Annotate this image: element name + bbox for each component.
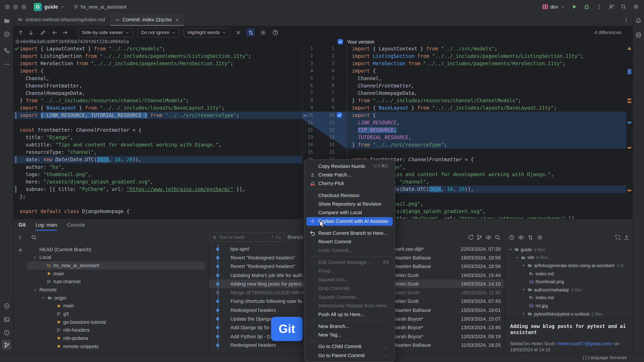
menu-item-checkout-revision[interactable]: Checkout Revision: [306, 191, 392, 200]
chevron-down-icon[interactable]: [32, 255, 38, 260]
branch-row-mb-qodana[interactable]: mb-qodana: [27, 334, 204, 342]
regex-toggle[interactable]: .*: [268, 235, 274, 240]
problems-tool-button[interactable]: [2, 328, 12, 337]
file-tree-row-index-md[interactable]: M↓index.md: [504, 294, 632, 302]
maximize-tool-window-button[interactable]: [615, 234, 621, 241]
menu-item-explain-commit-with-ai-assistant[interactable]: Explain Commit with AI Assistant: [306, 217, 392, 226]
branch-row-remote[interactable]: Remote: [27, 286, 204, 294]
project-selector[interactable]: G guide: [34, 3, 65, 11]
chevron-down-icon[interactable]: [508, 247, 513, 252]
menu-item-copy-revision-number[interactable]: Copy Revision Number⌥⇧⌘C: [306, 162, 392, 170]
tab-console[interactable]: Console: [67, 219, 85, 231]
notifications-button[interactable]: [634, 15, 644, 25]
menu-item-go-to-parent-commit[interactable]: Go to Parent Commit→: [306, 351, 392, 360]
debug-button[interactable]: [584, 4, 590, 10]
compare-button[interactable]: [527, 234, 534, 241]
hide-tool-window-button[interactable]: [624, 234, 630, 241]
branch-row-go-boostore-tutorial[interactable]: go-boostore-tutorial: [27, 318, 204, 326]
branch-filter[interactable]: Branch: [288, 234, 303, 240]
file-tree-row-site[interactable]: site6 files: [504, 253, 632, 261]
include-change-checkbox[interactable]: [337, 112, 342, 118]
log-search-field[interactable]: Text or hash .* Cc: [210, 233, 284, 242]
project-tool-button[interactable]: [2, 15, 12, 25]
chevron-down-icon[interactable]: [514, 255, 520, 260]
apply-change-chevrons-icon[interactable]: ≫: [303, 113, 308, 118]
refresh-log-button[interactable]: [468, 234, 474, 241]
go-to-hash-button[interactable]: [494, 234, 501, 241]
branch-selector[interactable]: hs_new_ai_assistant: [74, 4, 126, 9]
file-tree-row-ai-links-generate-tests-using-ai-assistant[interactable]: ai/links/generate-tests-using-ai-assista…: [504, 261, 632, 270]
menu-item-go-to-child-commit[interactable]: Go to Child Commit←: [306, 342, 392, 351]
whitespace-mode-dropdown[interactable]: Do not ignore: [137, 28, 180, 37]
chevron-down-icon[interactable]: [40, 296, 46, 300]
run-button[interactable]: [572, 4, 578, 10]
file-tree-row-mt-jpg[interactable]: mt.jpg: [504, 302, 632, 310]
branches-tree[interactable]: HEAD (Current Branch)Localhs_new_ai_assi…: [27, 244, 209, 354]
changed-files-tree[interactable]: guide6 filessite6 filesai/links/generate…: [504, 245, 632, 318]
branch-row-mb-headers[interactable]: mb-headers: [27, 326, 204, 334]
menu-item-compare-with-local[interactable]: Compare with Local: [306, 208, 392, 217]
chevron-down-icon[interactable]: [521, 263, 526, 268]
preview-diff-button[interactable]: [518, 234, 524, 241]
commit-author-email[interactable]: <helen.scott77@gmail.com>: [556, 341, 613, 346]
scroll-marker-strip[interactable]: [626, 45, 632, 219]
history-button[interactable]: [508, 234, 515, 241]
view-options-button[interactable]: [486, 234, 492, 241]
more-actions-button[interactable]: [596, 4, 602, 10]
branch-row-remote-snippets[interactable]: remote-snippets: [27, 342, 204, 350]
back-button[interactable]: [52, 29, 58, 35]
details-settings-button[interactable]: [537, 234, 543, 241]
branch-row-rust-channel[interactable]: rust-channel: [27, 278, 204, 286]
highlight-mode-dropdown[interactable]: Highlight words: [184, 28, 230, 37]
language-services-widget[interactable]: { } Language Services: [582, 355, 627, 360]
menu-item-show-repository-at-revision[interactable]: Show Repository at Revision: [306, 200, 392, 208]
match-case-toggle[interactable]: Cc: [276, 235, 281, 240]
branch-row-local[interactable]: Local: [27, 254, 204, 262]
code-with-me-button[interactable]: [608, 4, 614, 10]
close-icon[interactable]: ×: [176, 16, 178, 23]
menu-item-new-tag[interactable]: New Tag...: [306, 331, 392, 339]
structure-tool-button[interactable]: [2, 45, 12, 55]
include-all-checkbox[interactable]: [338, 39, 343, 44]
forward-button[interactable]: [62, 29, 68, 35]
tab-log-main[interactable]: Log: main: [36, 219, 57, 231]
viewer-mode-dropdown[interactable]: Side-by-side viewer: [78, 28, 133, 37]
search-everywhere-button[interactable]: [620, 4, 627, 10]
commit-tool-button[interactable]: [2, 29, 12, 39]
tab-commit-index-11ty-tsx[interactable]: Commit: index.11ty.tsx ×: [110, 13, 184, 26]
tab-index-md[interactable]: M↓ extract-method-refactoring/index.md: [14, 13, 110, 26]
git-tool-button[interactable]: [2, 340, 12, 350]
branch-row-head-current-branch-[interactable]: HEAD (Current Branch): [27, 245, 204, 253]
branch-row-g3[interactable]: g3: [27, 310, 204, 318]
file-tree-row-thumbnail-png[interactable]: thumbnail.png: [504, 278, 632, 286]
sync-scrolling-toggle[interactable]: [246, 28, 254, 36]
database-tool-button[interactable]: [634, 30, 644, 40]
edit-source-button[interactable]: [40, 29, 46, 35]
diff-settings-button[interactable]: [259, 28, 267, 36]
settings-button[interactable]: [633, 4, 639, 10]
run-configuration-selector[interactable]: dev: [542, 4, 565, 9]
file-tree-row-pytest-links-pytest-v-unittest[interactable]: pytest/links/pytest-v-unittest2 files: [504, 310, 632, 318]
collapse-branches-button[interactable]: [17, 234, 23, 241]
branch-row-main[interactable]: main: [27, 302, 204, 310]
diff-left-pane[interactable]: import { LayoutContext } from "../../src…: [14, 45, 302, 219]
terminal-tool-button[interactable]: [2, 314, 12, 324]
window-zoom-button[interactable]: [21, 4, 26, 9]
next-change-button[interactable]: [28, 29, 34, 35]
chevron-down-icon[interactable]: [521, 287, 526, 292]
branch-row-origin[interactable]: origin: [27, 294, 204, 302]
chevron-down-icon[interactable]: [32, 288, 38, 292]
run-tool-button[interactable]: [2, 301, 12, 311]
menu-item-push-all-up-to-here[interactable]: Push All up to Here...: [306, 310, 392, 319]
file-tree-row-authors-mahataqi[interactable]: authors/mahataqi2 files: [504, 286, 632, 294]
window-close-button[interactable]: [5, 4, 10, 9]
menu-item-cherry-pick[interactable]: Cherry-Pick: [306, 179, 392, 188]
menu-item-new-branch[interactable]: New Branch...: [306, 322, 392, 331]
more-tools-button[interactable]: [2, 59, 12, 69]
chevron-right-icon[interactable]: [521, 312, 526, 316]
new-branch-button[interactable]: [17, 247, 24, 253]
menu-item-revert-commit[interactable]: Revert Commit: [306, 237, 392, 246]
help-button[interactable]: [271, 28, 279, 36]
menu-item-reset-current-branch-to-here[interactable]: Reset Current Branch to Here...: [306, 229, 392, 237]
window-minimize-button[interactable]: [13, 4, 18, 9]
